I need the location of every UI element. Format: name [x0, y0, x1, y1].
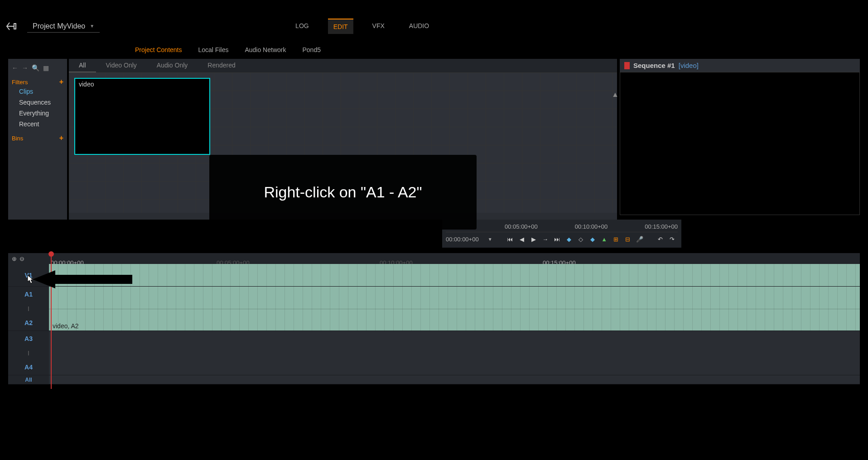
viewer-tc-2: 00:10:00+00	[575, 223, 608, 230]
sidebar-item-sequences[interactable]: Sequences	[12, 97, 63, 108]
snap-icon[interactable]: ▲	[600, 235, 608, 243]
media-tab-rendered[interactable]: Rendered	[198, 59, 246, 72]
viewer-tc-3: 00:15:00+00	[645, 223, 678, 230]
back-button[interactable]	[5, 19, 18, 33]
media-tab-all[interactable]: All	[69, 59, 96, 72]
mark-icon[interactable]: ◇	[577, 235, 585, 243]
instruction-text: Right-click on "A1 - A2"	[264, 183, 422, 201]
clip-a2-label: video, A2	[53, 322, 79, 330]
step-forward-icon[interactable]: →	[541, 235, 550, 243]
filters-header-label: Filters	[12, 79, 28, 86]
subtab-audio-network[interactable]: Audio Network	[241, 44, 289, 55]
track-a3-a4-content[interactable]	[49, 331, 860, 375]
mark-in-icon[interactable]: ◆	[565, 235, 573, 243]
track-v1-content[interactable]: video	[49, 264, 860, 286]
subtab-project-contents[interactable]: Project Contents	[131, 44, 186, 55]
bookmark-icon	[624, 62, 630, 69]
sidebar: ← → 🔍 ▦ Filters + Clips Sequences Everyt…	[8, 59, 67, 220]
track-a1-a2-content[interactable]: video, A2	[49, 287, 860, 331]
track-label-a3-a4[interactable]: A3 | A4	[8, 331, 49, 375]
media-tab-audio-only[interactable]: Audio Only	[147, 59, 198, 72]
svg-marker-0	[33, 270, 132, 288]
tab-log[interactable]: LOG	[290, 19, 314, 34]
subtab-local-files[interactable]: Local Files	[195, 44, 232, 55]
cursor-icon	[25, 274, 34, 288]
pointer-arrow	[33, 268, 132, 292]
track-label-a1-a2[interactable]: A1 | A2	[8, 287, 49, 331]
goto-end-icon[interactable]: ⏭	[553, 235, 561, 243]
redo-icon[interactable]: ↷	[668, 235, 676, 243]
viewer-screen[interactable]	[620, 72, 860, 215]
clip-thumbnail[interactable]: video	[74, 78, 210, 155]
dropdown-icon: ▼	[90, 24, 94, 29]
track-a3-label: A3	[24, 335, 33, 342]
bins-header-label: Bins	[12, 135, 23, 142]
media-tab-video-only[interactable]: Video Only	[96, 59, 147, 72]
overwrite-icon[interactable]: ⊟	[624, 235, 632, 243]
insert-icon[interactable]: ⊞	[612, 235, 620, 243]
track-a2-label: A2	[24, 319, 33, 326]
sidebar-item-everything[interactable]: Everything	[12, 108, 63, 119]
track-link-icon: |	[28, 350, 29, 355]
viewer-current-tc: 00:00:00+00	[446, 236, 479, 243]
project-title-label: Project MyVideo	[33, 22, 85, 30]
play-icon[interactable]: ▶	[530, 235, 538, 243]
zoom-in-icon[interactable]: ⊕	[12, 255, 17, 262]
nav-back-icon[interactable]: ←	[12, 64, 18, 72]
tab-vfx[interactable]: VFX	[367, 19, 390, 34]
mark-out-icon[interactable]: ◆	[588, 235, 597, 243]
undo-icon[interactable]: ↶	[656, 235, 665, 243]
step-back-icon[interactable]: ◀	[518, 235, 526, 243]
search-icon[interactable]: 🔍	[32, 64, 39, 72]
nav-forward-icon[interactable]: →	[22, 64, 28, 72]
add-filter-icon[interactable]: +	[59, 78, 63, 86]
dropdown-icon[interactable]: ▼	[488, 237, 492, 242]
grid-icon[interactable]: ▦	[43, 64, 49, 72]
sidebar-item-recent[interactable]: Recent	[12, 119, 63, 129]
zoom-out-icon[interactable]: ⊖	[19, 255, 24, 262]
track-label-all[interactable]: All	[8, 375, 49, 384]
instruction-tooltip: Right-click on "A1 - A2"	[209, 155, 477, 230]
project-title-dropdown[interactable]: Project MyVideo ▼	[27, 20, 100, 33]
sequence-name: Sequence #1	[633, 62, 675, 69]
track-a4-label: A4	[24, 364, 33, 371]
tab-audio[interactable]: AUDIO	[404, 19, 434, 34]
sequence-type: [video]	[679, 62, 699, 69]
viewer-panel: Sequence #1 [video]	[620, 59, 860, 220]
mic-icon[interactable]: 🎤	[636, 235, 644, 243]
track-all-content[interactable]	[49, 375, 860, 384]
track-link-icon: |	[28, 306, 29, 311]
sidebar-item-clips[interactable]: Clips	[12, 86, 63, 97]
viewer-tc-1: 00:05:00+00	[505, 223, 538, 230]
add-bin-icon[interactable]: +	[59, 134, 63, 142]
track-a1-label: A1	[24, 291, 33, 298]
clip-thumbnail-label: video	[79, 81, 94, 88]
tab-edit[interactable]: EDIT	[328, 19, 353, 34]
subtab-pond5[interactable]: Pond5	[299, 44, 324, 55]
scroll-up-icon[interactable]: ▲	[612, 91, 616, 100]
goto-start-icon[interactable]: ⏮	[506, 235, 514, 243]
